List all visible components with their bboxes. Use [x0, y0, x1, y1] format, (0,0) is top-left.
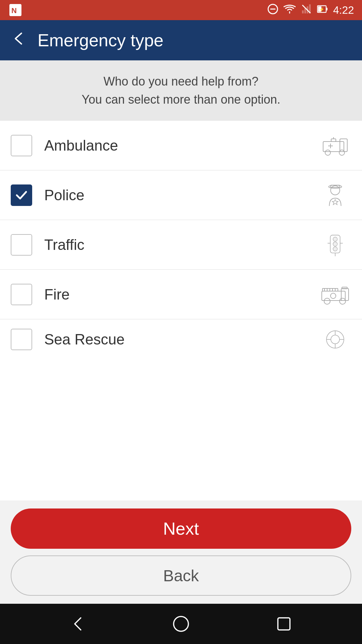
svg-point-16 — [339, 150, 345, 155]
checkbox-sea-rescue[interactable] — [11, 329, 32, 350]
status-bar-left: N — [8, 3, 23, 17]
svg-point-26 — [333, 237, 338, 241]
back-nav-button[interactable] — [65, 610, 92, 637]
status-bar-right: ⚡ 4:22 — [267, 4, 354, 17]
svg-point-47 — [331, 335, 340, 344]
status-bar: N — [0, 0, 362, 20]
svg-point-44 — [330, 293, 336, 299]
back-button-bottom[interactable]: Back — [11, 555, 351, 596]
svg-rect-53 — [278, 618, 290, 630]
subtitle-text: Who do you need help from? You can selec… — [8, 72, 354, 109]
svg-text:⚡: ⚡ — [319, 7, 324, 12]
option-label-fire: Fire — [32, 286, 319, 303]
option-fire[interactable]: Fire — [0, 270, 362, 319]
battery-icon: ⚡ — [317, 4, 328, 16]
option-label-traffic: Traffic — [32, 236, 319, 253]
svg-rect-19 — [331, 139, 336, 142]
option-traffic[interactable]: Traffic — [0, 220, 362, 270]
back-button-header[interactable] — [11, 31, 27, 50]
signal-icon — [301, 4, 312, 17]
checkbox-police[interactable] — [11, 184, 32, 206]
home-nav-button[interactable] — [168, 610, 194, 637]
subtitle-section: Who do you need help from? You can selec… — [0, 60, 362, 121]
checkbox-traffic[interactable] — [11, 234, 32, 256]
option-label-ambulance: Ambulance — [32, 137, 319, 154]
svg-rect-3 — [270, 8, 276, 9]
ambulance-icon — [319, 132, 351, 159]
status-time: 4:22 — [333, 4, 354, 16]
subtitle-line2: You can select more than one option. — [81, 93, 280, 106]
page-title: Emergency type — [38, 30, 164, 50]
svg-text:N: N — [11, 6, 17, 15]
bottom-area: Next Back — [0, 500, 362, 604]
svg-point-43 — [340, 298, 346, 304]
svg-rect-45 — [342, 287, 347, 289]
option-label-police: Police — [32, 187, 319, 204]
subtitle-line1: Who do you need help from? — [104, 74, 258, 88]
fire-truck-icon — [319, 281, 351, 308]
recents-nav-button[interactable] — [270, 610, 297, 637]
police-icon — [319, 182, 351, 209]
app-logo: N — [8, 3, 23, 17]
checkbox-fire[interactable] — [11, 284, 32, 305]
options-list: Ambulance Po — [0, 121, 362, 500]
svg-point-15 — [325, 150, 330, 155]
svg-point-27 — [333, 242, 338, 246]
nav-bar — [0, 604, 362, 644]
wifi-icon — [284, 4, 296, 16]
svg-point-42 — [324, 298, 330, 304]
option-sea-rescue[interactable]: Sea Rescue — [0, 319, 362, 360]
svg-marker-24 — [332, 199, 338, 205]
svg-point-52 — [174, 616, 188, 631]
svg-point-28 — [333, 247, 338, 251]
sea-rescue-icon — [319, 326, 351, 353]
option-label-sea-rescue: Sea Rescue — [32, 331, 319, 348]
svg-rect-4 — [302, 10, 304, 13]
checkbox-ambulance[interactable] — [11, 135, 32, 156]
do-not-disturb-icon — [267, 4, 278, 17]
traffic-icon — [319, 231, 351, 258]
option-ambulance[interactable]: Ambulance — [0, 121, 362, 170]
next-button[interactable]: Next — [11, 508, 351, 549]
option-police[interactable]: Police — [0, 170, 362, 220]
app-bar: Emergency type — [0, 20, 362, 60]
svg-rect-10 — [326, 8, 327, 10]
